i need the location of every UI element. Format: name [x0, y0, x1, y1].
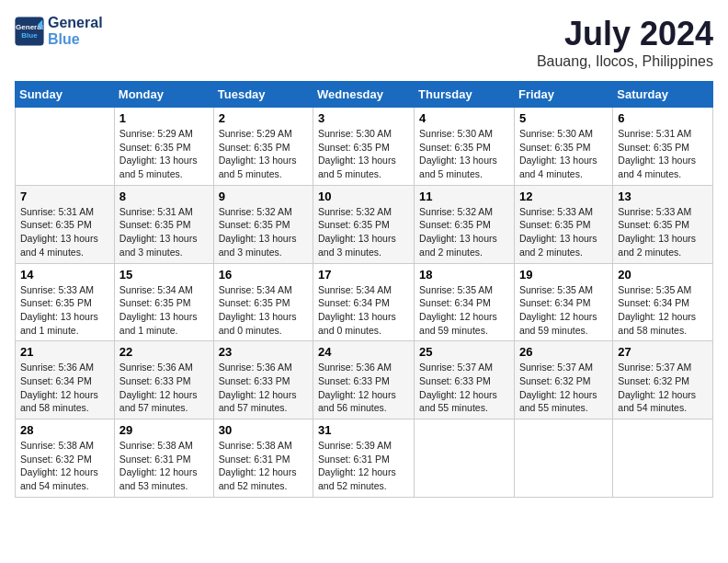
calendar-cell: 26Sunrise: 5:37 AM Sunset: 6:32 PM Dayli… — [514, 341, 612, 419]
day-info: Sunrise: 5:35 AM Sunset: 6:34 PM Dayligh… — [618, 283, 708, 338]
calendar-week-row: 14Sunrise: 5:33 AM Sunset: 6:35 PM Dayli… — [16, 263, 713, 341]
day-number: 12 — [519, 190, 608, 203]
day-number: 6 — [618, 111, 708, 125]
calendar-cell: 8Sunrise: 5:31 AM Sunset: 6:35 PM Daylig… — [114, 185, 213, 263]
calendar-cell: 12Sunrise: 5:33 AM Sunset: 6:35 PM Dayli… — [514, 185, 612, 263]
day-number: 28 — [20, 423, 109, 437]
day-info: Sunrise: 5:31 AM Sunset: 6:35 PM Dayligh… — [618, 127, 708, 181]
calendar-cell: 1Sunrise: 5:29 AM Sunset: 6:35 PM Daylig… — [114, 108, 213, 186]
day-number: 4 — [419, 111, 509, 125]
day-info: Sunrise: 5:38 AM Sunset: 6:31 PM Dayligh… — [119, 439, 209, 493]
day-info: Sunrise: 5:33 AM Sunset: 6:35 PM Dayligh… — [618, 205, 708, 259]
logo-icon: General Blue — [15, 17, 44, 46]
calendar-week-row: 1Sunrise: 5:29 AM Sunset: 6:35 PM Daylig… — [16, 108, 713, 186]
calendar-header-cell: Thursday — [415, 82, 515, 108]
logo: General Blue General Blue — [15, 15, 103, 49]
day-info: Sunrise: 5:38 AM Sunset: 6:32 PM Dayligh… — [20, 439, 109, 493]
calendar-header-cell: Monday — [114, 82, 213, 108]
day-number: 24 — [318, 345, 409, 359]
day-info: Sunrise: 5:39 AM Sunset: 6:31 PM Dayligh… — [318, 439, 409, 493]
calendar-header-row: SundayMondayTuesdayWednesdayThursdayFrid… — [16, 82, 713, 108]
day-number: 13 — [618, 190, 708, 203]
title-section: July 2024 Bauang, Ilocos, Philippines — [537, 15, 713, 70]
day-number: 20 — [618, 268, 708, 282]
calendar-header-cell: Saturday — [613, 82, 713, 108]
svg-text:Blue: Blue — [21, 32, 38, 40]
day-info: Sunrise: 5:38 AM Sunset: 6:31 PM Dayligh… — [219, 439, 308, 493]
calendar-cell: 10Sunrise: 5:32 AM Sunset: 6:35 PM Dayli… — [313, 185, 415, 263]
calendar-week-row: 28Sunrise: 5:38 AM Sunset: 6:32 PM Dayli… — [16, 419, 713, 498]
day-info: Sunrise: 5:32 AM Sunset: 6:35 PM Dayligh… — [318, 205, 409, 259]
day-number: 30 — [219, 423, 308, 437]
calendar-cell: 18Sunrise: 5:35 AM Sunset: 6:34 PM Dayli… — [415, 263, 515, 341]
calendar-cell: 22Sunrise: 5:36 AM Sunset: 6:33 PM Dayli… — [114, 341, 213, 419]
calendar-cell: 27Sunrise: 5:37 AM Sunset: 6:32 PM Dayli… — [613, 341, 713, 419]
calendar-cell: 21Sunrise: 5:36 AM Sunset: 6:34 PM Dayli… — [16, 341, 115, 419]
day-number: 19 — [519, 268, 608, 282]
day-info: Sunrise: 5:36 AM Sunset: 6:33 PM Dayligh… — [119, 361, 209, 415]
calendar-cell: 30Sunrise: 5:38 AM Sunset: 6:31 PM Dayli… — [213, 419, 313, 498]
day-number: 2 — [219, 111, 308, 125]
calendar-cell: 4Sunrise: 5:30 AM Sunset: 6:35 PM Daylig… — [415, 108, 515, 186]
calendar-cell: 13Sunrise: 5:33 AM Sunset: 6:35 PM Dayli… — [613, 185, 713, 263]
calendar: SundayMondayTuesdayWednesdayThursdayFrid… — [15, 81, 713, 498]
calendar-cell: 19Sunrise: 5:35 AM Sunset: 6:34 PM Dayli… — [514, 263, 612, 341]
calendar-week-row: 21Sunrise: 5:36 AM Sunset: 6:34 PM Dayli… — [16, 341, 713, 419]
calendar-cell: 15Sunrise: 5:34 AM Sunset: 6:35 PM Dayli… — [114, 263, 213, 341]
day-number: 26 — [519, 345, 608, 359]
calendar-cell — [16, 108, 115, 186]
calendar-cell: 14Sunrise: 5:33 AM Sunset: 6:35 PM Dayli… — [16, 263, 115, 341]
calendar-cell: 7Sunrise: 5:31 AM Sunset: 6:35 PM Daylig… — [16, 185, 115, 263]
day-info: Sunrise: 5:35 AM Sunset: 6:34 PM Dayligh… — [519, 283, 608, 338]
logo-line1: General — [48, 15, 103, 31]
day-number: 25 — [419, 345, 509, 359]
day-info: Sunrise: 5:33 AM Sunset: 6:35 PM Dayligh… — [20, 283, 109, 338]
calendar-cell: 11Sunrise: 5:32 AM Sunset: 6:35 PM Dayli… — [415, 185, 515, 263]
calendar-cell: 23Sunrise: 5:36 AM Sunset: 6:33 PM Dayli… — [213, 341, 313, 419]
day-number: 15 — [119, 268, 209, 282]
calendar-cell: 2Sunrise: 5:29 AM Sunset: 6:35 PM Daylig… — [213, 108, 313, 186]
day-number: 8 — [119, 190, 209, 203]
month-title: July 2024 — [537, 15, 713, 53]
day-info: Sunrise: 5:30 AM Sunset: 6:35 PM Dayligh… — [519, 127, 608, 181]
day-number: 3 — [318, 111, 409, 125]
calendar-cell — [415, 419, 515, 498]
calendar-header-cell: Sunday — [16, 82, 115, 108]
day-info: Sunrise: 5:33 AM Sunset: 6:35 PM Dayligh… — [519, 205, 608, 259]
day-info: Sunrise: 5:34 AM Sunset: 6:35 PM Dayligh… — [219, 283, 308, 338]
day-number: 18 — [419, 268, 509, 282]
day-number: 5 — [519, 111, 608, 125]
calendar-cell — [514, 419, 612, 498]
calendar-cell — [613, 419, 713, 498]
day-info: Sunrise: 5:32 AM Sunset: 6:35 PM Dayligh… — [419, 205, 509, 259]
calendar-cell: 16Sunrise: 5:34 AM Sunset: 6:35 PM Dayli… — [213, 263, 313, 341]
day-info: Sunrise: 5:37 AM Sunset: 6:33 PM Dayligh… — [419, 361, 509, 415]
day-info: Sunrise: 5:36 AM Sunset: 6:33 PM Dayligh… — [219, 361, 308, 415]
day-info: Sunrise: 5:36 AM Sunset: 6:33 PM Dayligh… — [318, 361, 409, 415]
calendar-cell: 3Sunrise: 5:30 AM Sunset: 6:35 PM Daylig… — [313, 108, 415, 186]
day-number: 10 — [318, 190, 409, 203]
day-info: Sunrise: 5:35 AM Sunset: 6:34 PM Dayligh… — [419, 283, 509, 338]
day-number: 31 — [318, 423, 409, 437]
day-number: 16 — [219, 268, 308, 282]
calendar-cell: 9Sunrise: 5:32 AM Sunset: 6:35 PM Daylig… — [213, 185, 313, 263]
day-number: 23 — [219, 345, 308, 359]
calendar-cell: 20Sunrise: 5:35 AM Sunset: 6:34 PM Dayli… — [613, 263, 713, 341]
calendar-cell: 29Sunrise: 5:38 AM Sunset: 6:31 PM Dayli… — [114, 419, 213, 498]
day-info: Sunrise: 5:31 AM Sunset: 6:35 PM Dayligh… — [20, 205, 109, 259]
calendar-cell: 31Sunrise: 5:39 AM Sunset: 6:31 PM Dayli… — [313, 419, 415, 498]
calendar-cell: 17Sunrise: 5:34 AM Sunset: 6:34 PM Dayli… — [313, 263, 415, 341]
day-number: 9 — [219, 190, 308, 203]
calendar-cell: 24Sunrise: 5:36 AM Sunset: 6:33 PM Dayli… — [313, 341, 415, 419]
day-number: 27 — [618, 345, 708, 359]
day-info: Sunrise: 5:34 AM Sunset: 6:35 PM Dayligh… — [119, 283, 209, 338]
calendar-week-row: 7Sunrise: 5:31 AM Sunset: 6:35 PM Daylig… — [16, 185, 713, 263]
day-info: Sunrise: 5:30 AM Sunset: 6:35 PM Dayligh… — [318, 127, 409, 181]
location-title: Bauang, Ilocos, Philippines — [537, 53, 713, 70]
day-info: Sunrise: 5:34 AM Sunset: 6:34 PM Dayligh… — [318, 283, 409, 338]
day-number: 29 — [119, 423, 209, 437]
day-number: 11 — [419, 190, 509, 203]
calendar-cell: 6Sunrise: 5:31 AM Sunset: 6:35 PM Daylig… — [613, 108, 713, 186]
logo-line2: Blue — [48, 31, 103, 48]
day-number: 7 — [20, 190, 109, 203]
